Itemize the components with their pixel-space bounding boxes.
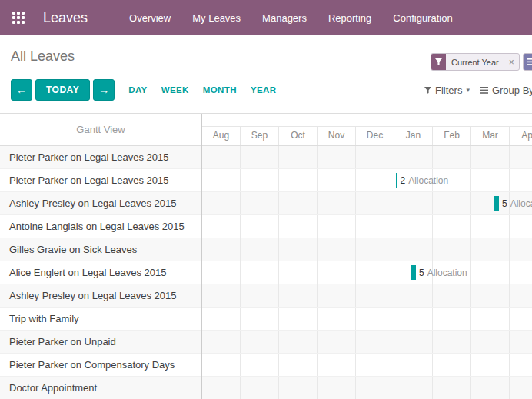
gantt-row-track[interactable]: 2Allocation: [202, 169, 532, 192]
month-header-cell: Dec: [356, 127, 394, 145]
app-title: Leaves: [43, 10, 88, 26]
gantt-row-labels: Gantt View Pieter Parker on Legal Leaves…: [0, 114, 202, 399]
allocation-count: 5: [502, 198, 507, 209]
nav-item-managers[interactable]: Managers: [258, 9, 311, 27]
allocation-label: Allocation: [427, 268, 467, 278]
scale-day[interactable]: DAY: [127, 82, 148, 98]
scale-week[interactable]: WEEK: [160, 82, 191, 98]
gantt-view-header: Gantt View: [0, 114, 201, 146]
facet-remove-icon[interactable]: ×: [504, 54, 519, 70]
search-facet: Em: [523, 53, 532, 71]
allocation-label: Allocation: [408, 175, 448, 186]
group-by-icon: [524, 54, 532, 70]
group-by-button[interactable]: Group By ▾: [480, 85, 532, 96]
scale-year[interactable]: YEAR: [249, 82, 278, 98]
month-header-cell: Aug: [202, 127, 241, 145]
gantt-row-track[interactable]: [202, 238, 532, 261]
gantt-toolbar: ← TODAY → DAYWEEKMONTHYEAR: [11, 79, 288, 101]
gantt-view: Gantt View Pieter Parker on Legal Leaves…: [0, 113, 532, 399]
gantt-label-list: Pieter Parker on Legal Leaves 2015Pieter…: [0, 146, 201, 399]
allocation-bar[interactable]: 5Allocation: [411, 265, 467, 280]
gantt-row-label: Antoine Langlais on Legal Leaves 2015: [0, 215, 201, 238]
gantt-row-track[interactable]: [202, 146, 532, 169]
gantt-row-track[interactable]: [202, 215, 532, 238]
gantt-row-label: Ashley Presley on Legal Leaves 2015: [0, 284, 201, 308]
gantt-grid-rows: 2Allocation5Allocation5Allocation: [202, 146, 532, 399]
nav-item-configuration[interactable]: Configuration: [388, 9, 457, 27]
nav-item-reporting[interactable]: Reporting: [324, 9, 376, 27]
page-title: All Leaves: [11, 48, 75, 65]
gantt-row-label: Alice Englert on Legal Leaves 2015: [0, 261, 201, 284]
gantt-row-label: Pieter Parker on Compensatory Days: [0, 354, 201, 377]
filter-icon: [424, 87, 431, 94]
gantt-row-track[interactable]: 5Allocation: [202, 192, 532, 215]
nav-item-my-leaves[interactable]: My Leaves: [188, 9, 245, 27]
filters-label: Filters: [435, 85, 462, 96]
gantt-month-header: AugSepOctNovDecJanFebMarApr: [202, 114, 532, 146]
facet-label: Current Year: [446, 54, 504, 70]
gantt-row-track[interactable]: 5Allocation: [202, 261, 532, 284]
top-nav-menu: OverviewMy LeavesManagersReportingConfig…: [125, 9, 470, 27]
gantt-row-label: Pieter Parker on Legal Leaves 2015: [0, 146, 201, 169]
next-button[interactable]: →: [93, 79, 115, 101]
gantt-row-track[interactable]: [202, 377, 532, 399]
allocation-bar-rect: [396, 173, 397, 188]
leaves-gantt-page: Leaves OverviewMy LeavesManagersReportin…: [0, 0, 532, 399]
month-header-cell: Nov: [318, 127, 356, 145]
gantt-row-track[interactable]: [202, 284, 532, 308]
month-header-cell: Sep: [241, 127, 279, 145]
apps-menu-button[interactable]: [0, 12, 37, 24]
control-panel: All Leaves Current Year×Em ← TODAY → DAY…: [0, 35, 532, 113]
allocation-bar[interactable]: 5Allocation: [494, 196, 532, 211]
month-cells: AugSepOctNovDecJanFebMarApr: [202, 126, 532, 145]
filters-button[interactable]: Filters ▾: [424, 85, 470, 96]
gantt-row-label: Pieter Parker on Legal Leaves 2015: [0, 169, 201, 192]
search-facets: Current Year×Em: [431, 53, 532, 71]
month-header-cell: Mar: [471, 127, 510, 145]
gantt-row-label: Doctor Appointment: [0, 377, 201, 399]
gantt-row-label: Ashley Presley on Legal Leaves 2015: [0, 192, 201, 215]
prev-button[interactable]: ←: [11, 79, 32, 101]
scale-month[interactable]: MONTH: [201, 82, 238, 98]
search-options: Filters ▾ Group By ▾: [424, 79, 532, 101]
allocation-bar-rect: [494, 196, 499, 211]
scale-switcher: DAYWEEKMONTHYEAR: [127, 82, 288, 98]
month-header-cell: Jan: [394, 127, 433, 145]
allocation-count: 5: [419, 268, 424, 278]
nav-item-overview[interactable]: Overview: [125, 9, 175, 27]
allocation-bar-rect: [411, 265, 416, 280]
month-header-cell: Apr: [510, 127, 532, 145]
filter-icon: [431, 54, 446, 70]
gantt-row-label: Pieter Parker on Unpaid: [0, 331, 201, 354]
gantt-row-label: Trip with Family: [0, 308, 201, 331]
group-by-icon: [480, 87, 488, 94]
group-by-label: Group By: [492, 85, 532, 96]
allocation-label: Allocation: [510, 198, 532, 209]
search-facet: Current Year×: [431, 53, 520, 71]
gantt-grid: AugSepOctNovDecJanFebMarApr 2Allocation5…: [202, 114, 532, 399]
allocation-count: 2: [401, 175, 406, 186]
apps-grid-icon: [12, 12, 25, 24]
allocation-bar[interactable]: 2Allocation: [396, 173, 449, 188]
month-header-cell: Feb: [433, 127, 471, 145]
gantt-row-track[interactable]: [202, 354, 532, 377]
gantt-row-track[interactable]: [202, 331, 532, 354]
gantt-row-label: Gilles Gravie on Sick Leaves: [0, 238, 201, 261]
top-nav: Leaves OverviewMy LeavesManagersReportin…: [0, 0, 532, 35]
gantt-row-track[interactable]: [202, 308, 532, 331]
chevron-down-icon: ▾: [466, 86, 470, 94]
today-button[interactable]: TODAY: [35, 79, 90, 101]
month-header-cell: Oct: [279, 127, 318, 145]
